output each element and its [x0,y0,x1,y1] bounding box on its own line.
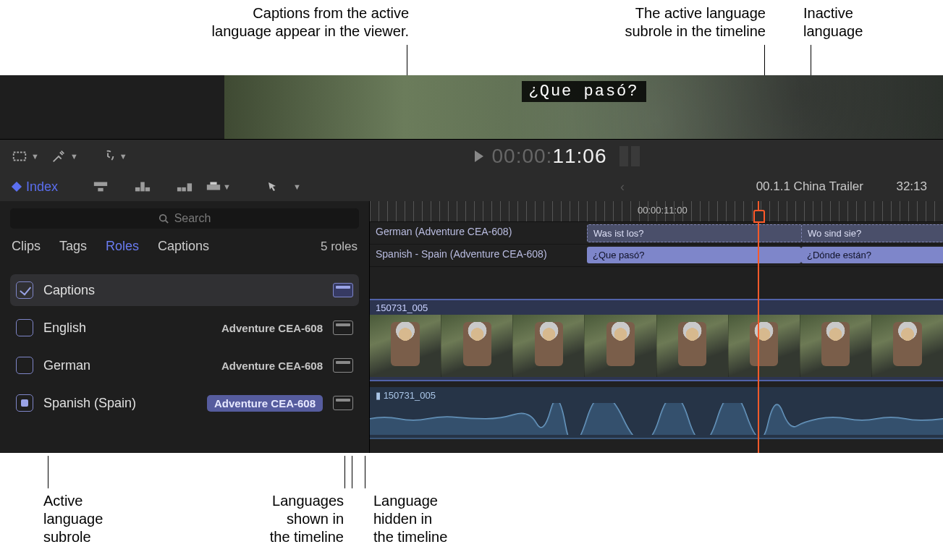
caption-clip[interactable]: ¿Dónde están? [801,247,943,263]
index-tabs: Clips Tags Roles Captions 5 roles [12,239,358,254]
select-tool-button[interactable]: ▼ [267,181,301,192]
diamond-icon [12,182,22,192]
timeline-history-back[interactable]: ‹ [620,179,625,195]
svg-rect-7 [177,187,182,192]
role-row-german[interactable]: German Adventure CEA-608 [10,349,359,381]
role-label: German [43,358,90,373]
show-lane-icon[interactable] [333,283,353,297]
search-placeholder: Search [174,212,211,225]
thumb-frame [872,315,943,377]
overwrite-clip-button[interactable]: ▼ [206,180,231,193]
thumb-frame [513,315,585,377]
svg-rect-2 [94,182,107,187]
show-lane-icon[interactable] [333,358,353,373]
role-badge: Adventure CEA-608 [207,395,323,412]
role-label: Spanish (Spain) [43,396,136,411]
role-badge: Adventure CEA-608 [221,322,323,334]
role-label: Captions [43,283,95,298]
viewer: ¿Que pasó? [224,75,943,139]
annotation-line [48,456,48,488]
audio-clip-label: ▮ 150731_005 [376,390,436,401]
annotation-line [352,456,352,488]
connect-tools-group: ▼ [80,180,231,193]
project-name[interactable]: 00.1.1 China Trailer [756,179,863,194]
video-clip-label: 150731_005 [376,302,428,313]
track-label: Spanish - Spain (Adventure CEA-608) [376,248,547,260]
svg-rect-10 [207,184,220,190]
search-input[interactable]: Search [10,208,359,229]
annotation-inactive-language: Inactivelanguage [803,4,926,41]
tab-tags[interactable]: Tags [59,239,87,254]
insert-clip-icon[interactable] [135,180,151,193]
role-label: English [43,321,86,336]
annotation-language-hidden: Languagehidden inthe timeline [373,492,504,546]
tab-captions[interactable]: Captions [158,239,209,254]
viewer-toolbar: ▼ ▼ ▼ 00:00:11:06 [0,139,943,174]
checkbox-icon[interactable] [16,281,33,299]
tab-roles[interactable]: Roles [106,239,139,254]
caption-clip[interactable]: Wo sind sie? [801,224,943,242]
audio-waveform [370,403,943,435]
project-duration: 32:13 [896,179,927,194]
thumb-frame [800,315,872,377]
app-window: ¿Que pasó? ▼ ▼ ▼ 00:00:11:06 Index ▼ [0,75,943,453]
ruler-timecode: 00:00:11:00 [638,205,688,216]
checkbox-icon[interactable] [16,357,33,374]
checkbox-icon[interactable] [16,394,33,412]
svg-rect-4 [135,187,140,192]
role-badge: Adventure CEA-608 [221,360,323,372]
annotation-line [344,486,345,487]
show-lane-icon[interactable] [333,321,353,335]
track-label: German (Adventure CEA-608) [376,226,512,237]
video-track[interactable]: 150731_005 [370,299,943,381]
audio-meter-icon [619,146,640,166]
viewer-caption-overlay: ¿Que pasó? [521,81,646,102]
timecode-display[interactable]: 00:00:11:06 [405,140,709,173]
roles-list: Captions English Adventure CEA-608 Germa… [10,274,359,419]
video-thumbnails [370,315,943,377]
role-row-english[interactable]: English Adventure CEA-608 [10,312,359,344]
checkbox-icon[interactable] [16,319,33,336]
timeline-index-panel: Search Clips Tags Roles Captions 5 roles… [0,201,369,453]
thumb-frame [370,315,441,377]
caption-track-spanish[interactable]: Spanish - Spain (Adventure CEA-608) ¿Que… [370,245,943,267]
annotation-active-subrole: Activelanguagesubrole [43,492,152,546]
thumb-frame [729,315,800,377]
svg-rect-6 [145,187,150,192]
show-lane-icon[interactable] [333,396,353,410]
timeline-ruler[interactable]: 00:00:11:00 [370,201,943,222]
audio-track[interactable]: ▮ 150731_005 [370,387,943,439]
annotation-active-subrole-timeline: The active languagesubrole in the timeli… [507,4,766,41]
thumb-frame [657,315,729,377]
annotation-viewer-caption: Captions from the activelanguage appear … [141,4,409,41]
clip-appearance-button[interactable]: ▼ [12,148,39,164]
svg-point-12 [159,215,166,221]
role-row-captions[interactable]: Captions [10,274,359,306]
roles-count: 5 roles [321,239,358,254]
index-button[interactable]: Index [13,179,58,195]
svg-rect-5 [140,182,145,192]
thumb-frame [585,315,656,377]
caption-clip[interactable]: ¿Que pasó? [587,247,801,263]
effects-button[interactable]: ▼ [51,148,78,164]
search-icon [158,213,169,224]
svg-rect-3 [98,188,103,192]
svg-rect-0 [14,153,26,161]
tab-clips[interactable]: Clips [12,239,41,254]
timecode-text: 00:00:11:06 [492,145,607,168]
append-clip-icon[interactable] [177,180,193,193]
role-row-spanish[interactable]: Spanish (Spain) Adventure CEA-608 [10,387,359,419]
retime-button[interactable]: ▼ [100,148,127,164]
timeline-toolbar: Index ▼ ▼ ‹ 00.1.1 China Trailer 32:13 [0,172,943,202]
timeline-spacer [370,267,943,299]
caption-track-german[interactable]: German (Adventure CEA-608) Was ist los? … [370,222,943,245]
connect-clip-icon[interactable] [93,180,109,193]
svg-rect-8 [182,187,186,192]
caption-clip[interactable]: Was ist los? [587,224,803,242]
play-icon [475,150,483,162]
timeline[interactable]: 00:00:11:00 German (Adventure CEA-608) W… [369,201,943,453]
annotation-languages-shown: Languagesshown inthe timeline [217,492,344,546]
playhead[interactable] [758,201,759,453]
annotation-line [344,456,345,488]
svg-rect-11 [210,182,216,185]
